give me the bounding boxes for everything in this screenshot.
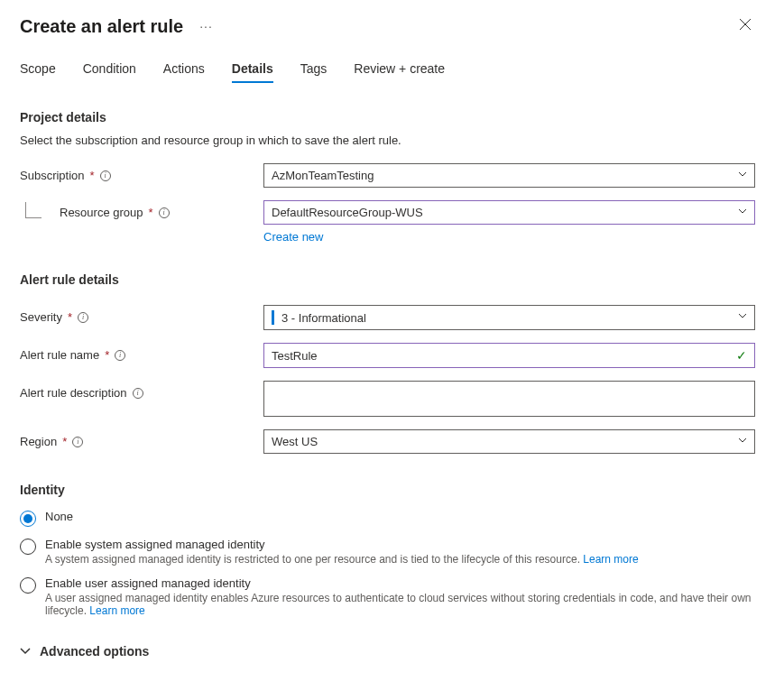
info-icon[interactable]: i [115,350,125,361]
info-icon[interactable]: i [159,207,170,218]
radio-user[interactable] [20,577,36,594]
radio-system-label: Enable system assigned managed identity [45,538,755,551]
close-icon [739,18,752,31]
required-indicator: * [105,348,109,362]
subscription-input-col: AzMonTeamTesting [263,163,755,188]
radio-system-desc: A system assigned managed identity is re… [45,553,755,566]
severity-value: 3 - Informational [281,311,366,325]
page-header: Create an alert rule ··· [20,14,755,38]
resource-group-input-col: DefaultResourceGroup-WUS Create new [263,200,755,244]
advanced-options-toggle[interactable]: Advanced options [20,644,755,659]
radio-none-label: None [45,510,755,523]
title-row: Create an alert rule ··· [20,16,217,37]
alert-name-input[interactable]: TestRule ✓ [263,343,755,368]
chevron-down-icon [738,208,747,217]
create-new-link[interactable]: Create new [263,230,323,244]
severity-label-col: Severity * i [20,305,263,324]
subscription-label-col: Subscription * i [20,163,263,182]
alert-name-value: TestRule [272,349,318,363]
resource-group-label: Resource group [60,206,143,219]
section-identity-title: Identity [20,483,755,497]
resource-group-value: DefaultResourceGroup-WUS [272,206,423,219]
alert-desc-label: Alert rule description [20,386,127,400]
required-indicator: * [149,206,153,219]
alert-name-label-col: Alert rule name * i [20,343,263,362]
resource-group-dropdown[interactable]: DefaultResourceGroup-WUS [263,200,755,225]
subscription-label: Subscription [20,169,85,182]
info-icon[interactable]: i [78,312,88,323]
subscription-dropdown[interactable]: AzMonTeamTesting [263,163,755,188]
region-label-col: Region * i [20,429,263,448]
row-severity: Severity * i 3 - Informational [20,305,755,330]
section-project-details-desc: Select the subscription and resource gro… [20,134,755,147]
more-actions-button[interactable]: ··· [196,19,217,33]
page-title: Create an alert rule [20,16,183,37]
identity-option-none[interactable]: None [20,510,755,527]
close-button[interactable] [735,14,755,38]
tab-details[interactable]: Details [232,61,273,83]
region-label: Region [20,435,57,448]
radio-user-label: Enable user assigned managed identity [45,576,755,590]
row-alert-desc: Alert rule description i [20,381,755,417]
required-indicator: * [68,310,72,324]
info-icon[interactable]: i [100,170,111,181]
row-resource-group: Resource group * i DefaultResourceGroup-… [20,200,755,244]
alert-desc-label-col: Alert rule description i [20,381,263,400]
learn-more-link[interactable]: Learn more [583,553,638,566]
chevron-down-icon [738,313,747,322]
identity-option-system[interactable]: Enable system assigned managed identity … [20,538,755,566]
radio-none[interactable] [20,511,36,527]
section-project-details-title: Project details [20,110,755,124]
indent-bracket [25,202,42,218]
region-value: West US [272,435,318,448]
tab-scope[interactable]: Scope [20,61,56,83]
tab-bar: Scope Condition Actions Details Tags Rev… [20,61,755,83]
region-dropdown[interactable]: West US [263,429,755,454]
alert-name-label: Alert rule name [20,348,99,362]
tab-review-create[interactable]: Review + create [354,61,445,83]
chevron-down-icon [738,438,747,447]
severity-label: Severity [20,310,62,324]
row-subscription: Subscription * i AzMonTeamTesting [20,163,755,188]
tab-tags[interactable]: Tags [300,61,328,83]
tab-condition[interactable]: Condition [83,61,136,83]
tab-actions[interactable]: Actions [163,61,205,83]
required-indicator: * [90,169,95,182]
learn-more-link[interactable]: Learn more [89,604,144,617]
check-icon: ✓ [736,348,747,363]
identity-option-user[interactable]: Enable user assigned managed identity A … [20,576,755,617]
alert-desc-input[interactable] [263,381,755,417]
info-icon[interactable]: i [72,437,83,447]
row-alert-name: Alert rule name * i TestRule ✓ [20,343,755,368]
required-indicator: * [62,435,67,448]
row-region: Region * i West US [20,429,755,454]
section-rule-details-title: Alert rule details [20,272,755,287]
radio-user-desc: A user assigned managed identity enables… [45,592,755,617]
info-icon[interactable]: i [133,388,143,399]
severity-color-indicator [272,310,274,325]
advanced-options-label: Advanced options [40,644,149,659]
radio-system[interactable] [20,539,36,555]
chevron-down-icon [738,171,747,180]
identity-radio-group: None Enable system assigned managed iden… [20,510,755,617]
subscription-value: AzMonTeamTesting [272,169,374,182]
resource-group-label-col: Resource group * i [20,200,263,219]
severity-dropdown[interactable]: 3 - Informational [263,305,755,330]
chevron-down-icon [20,648,31,655]
